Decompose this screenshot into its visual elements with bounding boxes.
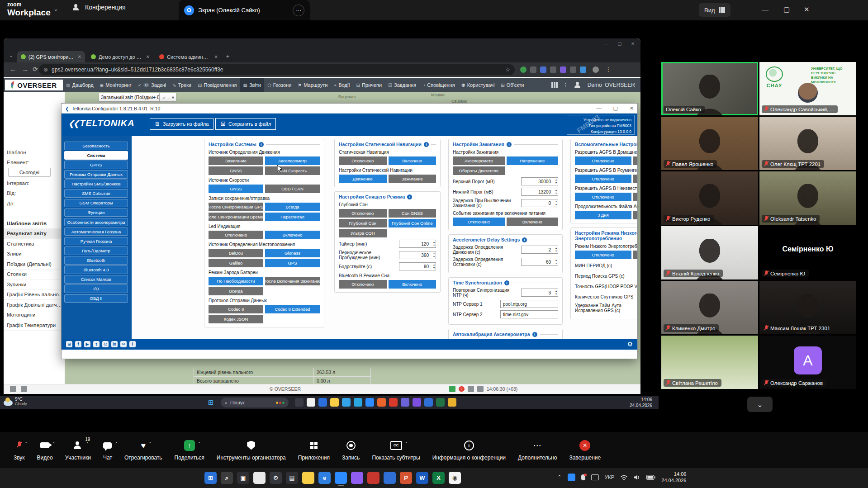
map-grid-icon[interactable] <box>21 386 27 392</box>
reload-icon[interactable]: ⟳ <box>33 66 38 73</box>
spinner-arrows-icon[interactable]: ▴▾ <box>555 178 557 185</box>
status-icon[interactable] <box>468 386 474 392</box>
extension-icon[interactable] <box>550 66 556 73</box>
report-menu-item[interactable]: Зупинки <box>4 280 65 290</box>
participant-tile[interactable]: Павел Ярошенко <box>661 117 758 170</box>
text-input[interactable]: time.nist.gov <box>500 310 558 318</box>
zoom-tray-icon[interactable] <box>568 474 575 481</box>
participant-tile[interactable]: Семірненко ЮСемірненко Ю <box>759 226 856 280</box>
participant-tile[interactable]: AОлександр Саржанов <box>759 336 856 389</box>
scroll-participants-button[interactable]: ⌄ <box>747 397 773 412</box>
extension-icon[interactable] <box>560 66 566 73</box>
spinner-arrows-icon[interactable]: ▴▾ <box>555 200 557 206</box>
chevron-up-icon[interactable]: ⌃ <box>148 441 152 446</box>
host-clock[interactable]: 14:06 24.04.2026 <box>661 471 686 484</box>
tab-meeting[interactable]: Конференция <box>72 4 126 11</box>
participant-tile[interactable]: Oleksandr Tatsenko <box>759 171 856 225</box>
social-icon[interactable]: ◎ <box>102 341 109 347</box>
toolbar-more-button[interactable]: ⋯Дополнительно <box>518 440 557 461</box>
nav-item-повідомлення[interactable]: ▤Повідомлення <box>194 78 240 92</box>
nav-item-маршрути[interactable]: ⚑Маршрути <box>294 78 331 92</box>
toolbar-ppl-button[interactable]: 19⌃Участники <box>65 440 91 461</box>
toggle-option[interactable]: Пересчитал <box>265 213 320 221</box>
participant-tile[interactable]: Віталій Колодненко <box>661 226 758 280</box>
configurator-menu-режимы-отправки-данных[interactable]: Режимы Отправки Данных <box>64 170 128 179</box>
report-menu-item[interactable]: Зливи <box>4 249 65 260</box>
toggle-option[interactable]: Отключено <box>575 156 631 165</box>
toggle-option[interactable]: Всегда <box>209 287 263 295</box>
spinner-arrows-icon[interactable]: ▴▾ <box>555 246 557 253</box>
host-app-icon[interactable]: ⌕ <box>221 472 233 484</box>
host-app-icon[interactable]: ⊞ <box>204 472 217 484</box>
toggle-option[interactable]: Отключено <box>339 280 387 289</box>
map-search-button[interactable]: ⌕ <box>159 93 168 102</box>
volume-icon[interactable] <box>634 474 640 480</box>
toggle-option[interactable]: Включено <box>633 193 638 201</box>
spinner-arrows-icon[interactable]: ▴▾ <box>433 252 435 258</box>
social-icon[interactable]: ✉ <box>120 341 127 347</box>
configurator-menu-список-маяков[interactable]: Список Маяков <box>64 275 128 284</box>
browser-menu-icon[interactable]: ⋮ <box>605 66 612 73</box>
toggle-option[interactable]: Глубокий Сон <box>339 219 387 227</box>
tab-screen-share[interactable]: O Экран (Олексій Сайко) ⋯ <box>179 0 310 20</box>
configurator-menu-bluetooth-4-0[interactable]: Bluetooth 4.0 <box>64 265 128 274</box>
taskbar-app-icon[interactable] <box>330 398 339 407</box>
toggle-option[interactable]: Отключено <box>339 156 387 165</box>
desktop-clock[interactable]: 14:06 24.04.2026 <box>630 397 652 408</box>
host-app-icon[interactable]: ▣ <box>237 472 249 484</box>
toggle-option[interactable]: Glonass <box>265 249 320 257</box>
toggle-option[interactable]: Отключено <box>575 193 631 201</box>
mic-tray-icon[interactable] <box>581 474 585 480</box>
tab-options-icon[interactable]: ⋯ <box>293 5 304 16</box>
social-icon[interactable]: ▶ <box>84 341 90 347</box>
toolbar-rec-button[interactable]: Запись <box>342 440 360 461</box>
settings-gear-icon[interactable]: ⚙ <box>627 341 633 348</box>
toggle-option[interactable]: Отключено <box>575 251 631 259</box>
site-settings-icon[interactable]: ⊜ <box>43 66 48 73</box>
configurator-maximize-icon[interactable]: ▢ <box>613 105 617 111</box>
toggle-option[interactable]: После Синхронизации GPS <box>209 203 263 211</box>
nav-item-дашборд[interactable]: ▥Дашборд <box>63 78 97 92</box>
spinner-arrows-icon[interactable]: ▴▾ <box>555 259 557 265</box>
notification-badge[interactable]: 2 <box>459 386 465 392</box>
host-app-icon[interactable] <box>335 472 347 484</box>
toggle-option[interactable]: Galileo <box>209 259 263 267</box>
apps-grid-icon[interactable] <box>551 82 558 88</box>
tab-close-icon[interactable]: ✕ <box>146 54 150 59</box>
toggle-option[interactable]: Отключено <box>575 175 631 183</box>
host-app-icon[interactable] <box>384 472 396 484</box>
report-menu-item[interactable]: Графік Температури <box>4 320 65 331</box>
toolbar-heart-button[interactable]: ♥⌃Отреагировать <box>124 440 162 461</box>
overseer-logo[interactable]: OVERSEER <box>5 80 63 90</box>
tab-close-icon[interactable]: ✕ <box>214 54 218 59</box>
report-menu-item[interactable]: Мотогодини <box>4 310 65 321</box>
profile-avatar[interactable] <box>593 66 599 73</box>
close-button[interactable]: ✕ <box>804 5 810 14</box>
view-button[interactable]: Вид <box>699 3 730 17</box>
configurator-menu-особенности-акселерометра[interactable]: Особенности акселерометра <box>64 218 128 227</box>
status-icon[interactable] <box>477 386 484 392</box>
back-icon[interactable]: ← <box>10 66 16 73</box>
nav-item-геозони[interactable]: ⬡Геозони <box>264 78 294 92</box>
report-menu-item[interactable]: Стоянки <box>4 270 65 280</box>
nav-item-моніторинг[interactable]: ◉Моніторинг <box>97 78 135 92</box>
toggle-option[interactable]: 3 Дня <box>575 211 631 219</box>
nav-item-об'єкти[interactable]: ⊞Об'єкти <box>498 78 527 92</box>
browser-tab[interactable]: (2) GPS моніторинг OVERSEER✕ <box>17 51 85 62</box>
toggle-option[interactable]: Отключено <box>209 231 263 239</box>
extension-icon[interactable] <box>540 66 546 73</box>
toggle-option[interactable]: GNSS <box>209 166 263 175</box>
participant-tile[interactable]: СНАУУНІВЕРСИТЕТ, ЩО ПЕРЕТВОРЮЄ ВИКЛИКИ Н… <box>759 62 856 115</box>
tray-chevron-up-icon[interactable]: ⌃ <box>557 474 562 480</box>
maximize-button[interactable]: ▢ <box>783 5 790 14</box>
host-app-icon[interactable]: X <box>432 472 445 484</box>
toggle-option[interactable]: Обороты Двигателя <box>453 166 505 175</box>
user-icon[interactable] <box>574 82 582 88</box>
toggle-option[interactable]: GNSS <box>209 185 263 193</box>
taskbar-app-icon[interactable] <box>448 398 456 407</box>
nav-item-треки[interactable]: ∿Треки <box>169 78 194 92</box>
browser-maximize-icon[interactable]: ▢ <box>617 41 621 46</box>
toolbar-cc-button[interactable]: CC⌃Показать субтитры <box>372 440 420 461</box>
wifi-icon[interactable] <box>620 474 628 480</box>
configurator-menu-функции[interactable]: Функции <box>64 208 128 217</box>
